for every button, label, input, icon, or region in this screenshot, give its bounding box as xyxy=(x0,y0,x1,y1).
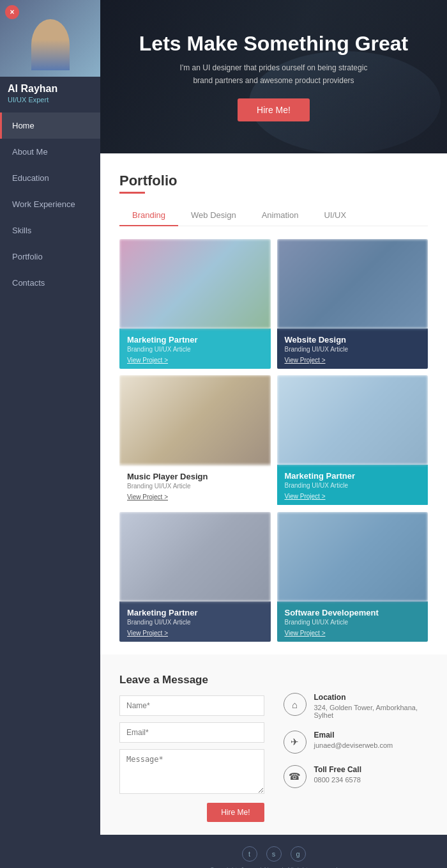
portfolio-card-1[interactable]: Marketing Partner Branding UI/UX Article… xyxy=(119,239,271,369)
sidebar-item-portfolio[interactable]: Portfolio xyxy=(0,244,100,270)
location-detail: 324, Golden Tower, Amborkhana, Sylhet xyxy=(314,704,428,719)
card-title-2: Website Design xyxy=(285,335,421,345)
portfolio-section: Portfolio Branding Web Design Animation … xyxy=(100,153,447,655)
sidebar-navigation: Home About Me Education Work Experience … xyxy=(0,112,100,296)
card-link-3[interactable]: View Project > xyxy=(127,493,263,500)
hero-hire-button[interactable]: Hire Me! xyxy=(238,98,310,121)
card-image-3 xyxy=(119,375,271,465)
card-link-4[interactable]: View Project > xyxy=(285,493,421,500)
hero-section: Lets Make Something Great I'm an UI desi… xyxy=(100,0,447,153)
phone-info: Toll Free Call 0800 234 6578 xyxy=(314,765,361,784)
email-icon: ✈ xyxy=(284,731,307,754)
card-subtitle-5: Branding UI/UX Article xyxy=(127,619,263,626)
contact-phone-row: ☎ Toll Free Call 0800 234 6578 xyxy=(284,765,428,788)
tab-web-design[interactable]: Web Design xyxy=(178,205,249,226)
sidebar-header: × Al Rayhan UI/UX Expert xyxy=(0,0,100,110)
submit-button[interactable]: Hire Me! xyxy=(207,803,264,822)
card-image-6 xyxy=(277,512,428,601)
card-link-1[interactable]: View Project > xyxy=(127,357,263,364)
location-info: Location 324, Golden Tower, Amborkhana, … xyxy=(314,693,428,719)
card-title-3: Music Player Design xyxy=(127,472,263,481)
avatar xyxy=(31,19,70,70)
portfolio-card-6[interactable]: Software Developement Branding UI/UX Art… xyxy=(277,512,428,642)
avatar-background: × xyxy=(0,0,100,77)
card-footer-4: Marketing Partner Branding UI/UX Article… xyxy=(277,465,428,505)
card-link-2[interactable]: View Project > xyxy=(285,357,421,364)
card-footer-1: Marketing Partner Branding UI/UX Article… xyxy=(119,329,271,369)
email-input[interactable] xyxy=(119,722,264,743)
card-footer-5: Marketing Partner Branding UI/UX Article… xyxy=(119,601,271,642)
card-title-1: Marketing Partner xyxy=(127,335,263,345)
card-footer-6: Software Developement Branding UI/UX Art… xyxy=(277,601,428,642)
card-subtitle-6: Branding UI/UX Article xyxy=(285,619,421,626)
hero-subtitle: I'm an UI designer that prides ourself o… xyxy=(172,62,376,86)
portfolio-card-3[interactable]: Music Player Design Branding UI/UX Artic… xyxy=(119,375,271,506)
name-input[interactable] xyxy=(119,695,264,716)
contact-form-column: Leave a Message Hire Me! xyxy=(119,674,264,822)
github-icon[interactable]: g xyxy=(291,846,306,862)
contact-location-row: ⌂ Location 324, Golden Tower, Amborkhana… xyxy=(284,693,428,719)
phone-icon: ☎ xyxy=(284,765,307,788)
skype-icon[interactable]: s xyxy=(266,846,282,862)
sidebar-item-contacts[interactable]: Contacts xyxy=(0,270,100,296)
card-image-5 xyxy=(119,512,271,601)
sidebar-item-home[interactable]: Home xyxy=(0,112,100,139)
portfolio-title-underline xyxy=(119,192,145,194)
sidebar-item-education[interactable]: Education xyxy=(0,165,100,191)
footer-social-icons: t s g xyxy=(100,846,447,862)
hero-title: Lets Make Something Great xyxy=(139,32,408,56)
sidebar-item-about[interactable]: About Me xyxy=(0,139,100,165)
portfolio-tabs: Branding Web Design Animation UI/UX xyxy=(119,205,428,226)
close-button[interactable]: × xyxy=(5,5,19,19)
message-input[interactable] xyxy=(119,749,264,794)
user-role: UI/UX Expert xyxy=(0,96,100,110)
card-footer-3: Music Player Design Branding UI/UX Artic… xyxy=(119,465,271,506)
card-title-6: Software Developement xyxy=(285,608,421,617)
contact-email-row: ✈ Email junaed@deviserweb.com xyxy=(284,731,428,754)
card-subtitle-1: Branding UI/UX Article xyxy=(127,346,263,353)
card-title-5: Marketing Partner xyxy=(127,608,263,617)
card-link-6[interactable]: View Project > xyxy=(285,630,421,637)
card-image-1 xyxy=(119,239,271,329)
tab-animation[interactable]: Animation xyxy=(249,205,312,226)
sidebar-item-work[interactable]: Work Experience xyxy=(0,191,100,217)
card-title-4: Marketing Partner xyxy=(285,471,421,481)
card-subtitle-2: Branding UI/UX Article xyxy=(285,346,421,353)
contact-title: Leave a Message xyxy=(119,674,264,686)
portfolio-grid: Marketing Partner Branding UI/UX Article… xyxy=(119,239,428,642)
card-link-5[interactable]: View Project > xyxy=(127,630,263,637)
card-image-4 xyxy=(277,375,428,465)
location-title: Location xyxy=(314,693,428,702)
phone-detail: 0800 234 6578 xyxy=(314,776,361,784)
card-image-2 xyxy=(277,239,428,329)
portfolio-card-2[interactable]: Website Design Branding UI/UX Article Vi… xyxy=(277,239,428,369)
tab-branding[interactable]: Branding xyxy=(119,205,178,226)
card-subtitle-3: Branding UI/UX Article xyxy=(127,483,263,490)
user-name: Al Rayhan xyxy=(0,77,100,96)
email-detail: junaed@deviserweb.com xyxy=(314,741,393,749)
phone-title: Toll Free Call xyxy=(314,765,361,774)
main-content: Lets Make Something Great I'm an UI desi… xyxy=(100,0,447,868)
sidebar: × Al Rayhan UI/UX Expert Home About Me E… xyxy=(0,0,100,868)
card-subtitle-4: Branding UI/UX Article xyxy=(285,482,421,489)
portfolio-title: Portfolio xyxy=(119,173,428,189)
footer: t s g Copyright: Junaed Ahmed, All right… xyxy=(100,835,447,868)
card-footer-2: Website Design Branding UI/UX Article Vi… xyxy=(277,329,428,369)
portfolio-card-5[interactable]: Marketing Partner Branding UI/UX Article… xyxy=(119,512,271,642)
sidebar-item-skills[interactable]: Skills xyxy=(0,217,100,244)
twitter-icon[interactable]: t xyxy=(242,846,257,862)
contact-section: Leave a Message Hire Me! ⌂ Location 324,… xyxy=(100,655,447,835)
email-title: Email xyxy=(314,731,393,740)
email-info: Email junaed@deviserweb.com xyxy=(314,731,393,749)
tab-uiux[interactable]: UI/UX xyxy=(311,205,359,226)
contact-info-column: ⌂ Location 324, Golden Tower, Amborkhana… xyxy=(284,674,428,822)
portfolio-card-4[interactable]: Marketing Partner Branding UI/UX Article… xyxy=(277,375,428,506)
location-icon: ⌂ xyxy=(284,693,307,716)
